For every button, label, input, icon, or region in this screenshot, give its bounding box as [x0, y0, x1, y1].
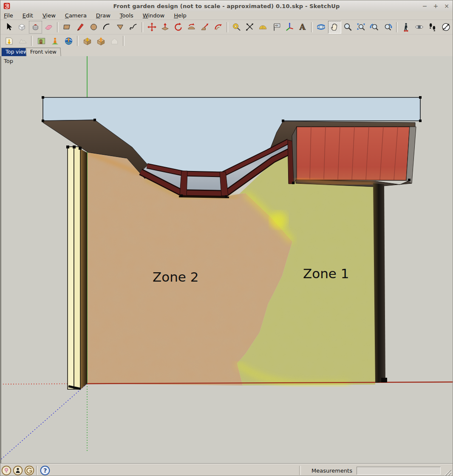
bay-sill-shadow: [179, 197, 229, 197]
geolocation-status-button[interactable]: [0, 465, 12, 476]
status-bar: ? Measurements: [0, 464, 453, 476]
circle-button[interactable]: [87, 21, 100, 34]
toolbar-separator: [57, 22, 59, 32]
scale-icon: [200, 22, 210, 32]
resize-grip[interactable]: [445, 469, 451, 476]
svg-text:ABC: ABC: [275, 24, 279, 27]
text-button[interactable]: ABC: [270, 21, 283, 34]
share-component-button[interactable]: [108, 34, 121, 47]
close-button[interactable]: ×: [444, 3, 449, 9]
measurements-value-box[interactable]: [357, 467, 441, 475]
help-button[interactable]: ?: [39, 465, 51, 476]
google-toolbar: [0, 34, 453, 47]
drawing-viewport[interactable]: Top: [0, 56, 453, 464]
paint-bucket-button[interactable]: [29, 21, 42, 34]
left-fence[interactable]: [66, 145, 87, 390]
look-around-button[interactable]: [413, 21, 426, 34]
text-icon: ABC: [272, 22, 281, 32]
menu-file[interactable]: File: [4, 12, 13, 19]
3d-text-button[interactable]: A: [296, 21, 309, 34]
add-location-button[interactable]: [2, 34, 16, 47]
svg-text:C: C: [446, 25, 447, 27]
offset-button[interactable]: [212, 21, 225, 34]
offset-icon: [213, 22, 223, 32]
menu-view[interactable]: View: [42, 12, 56, 19]
eraser-button[interactable]: [42, 21, 55, 34]
look-around-eye-icon: [414, 22, 424, 32]
axes-button[interactable]: [283, 21, 296, 34]
axes-icon: [285, 22, 294, 32]
zoom-button[interactable]: [341, 21, 354, 34]
title-bar[interactable]: Front garden design (not to scale - appr…: [0, 0, 453, 12]
3d-text-icon: A: [298, 22, 308, 32]
component-box-icon: [17, 22, 27, 32]
select-arrow-icon: [4, 22, 14, 32]
tab-front-view[interactable]: Front view: [25, 48, 61, 56]
push-pull-icon: [160, 22, 170, 32]
zoom-previous-button[interactable]: [368, 21, 381, 34]
freehand-button[interactable]: [127, 21, 140, 34]
zoom-window-icon: [356, 22, 366, 32]
protractor-button[interactable]: [256, 21, 269, 34]
google-earth-button[interactable]: [62, 34, 75, 47]
sketchup-window: Front garden design (not to scale - appr…: [0, 0, 453, 476]
google-g-icon: [24, 465, 34, 476]
menu-edit[interactable]: Edit: [23, 12, 33, 19]
polygon-button[interactable]: [113, 21, 127, 34]
arc-button[interactable]: [100, 21, 113, 34]
zoom-icon: [343, 22, 353, 32]
google-status-button[interactable]: [23, 465, 35, 476]
pan-hand-icon: [330, 22, 340, 32]
pan-button[interactable]: [328, 21, 341, 34]
dimension-button[interactable]: [243, 21, 256, 34]
follow-me-button[interactable]: [185, 21, 198, 34]
attribution-status-button[interactable]: [12, 465, 23, 476]
zoom-previous-icon: [369, 22, 379, 32]
make-component-button[interactable]: [15, 21, 28, 34]
zoom-window-button[interactable]: [354, 21, 368, 34]
toolbar-separator: [123, 36, 125, 46]
zoom-next-button[interactable]: [381, 21, 394, 34]
orbit-button[interactable]: [314, 21, 328, 34]
earth-preview-person-icon: [50, 36, 60, 46]
polygon-icon: [115, 22, 125, 32]
toolbar-separator: [142, 22, 143, 32]
photo-textures-button[interactable]: [34, 34, 48, 47]
minimize-button[interactable]: −: [422, 3, 428, 9]
maximize-button[interactable]: +: [433, 3, 439, 9]
menu-draw[interactable]: Draw: [96, 12, 110, 19]
model-canvas[interactable]: Zone 2 Zone 1: [1, 56, 453, 464]
rectangle-button[interactable]: [60, 21, 74, 34]
position-camera-button[interactable]: [399, 21, 413, 34]
preview-in-google-earth-button[interactable]: [48, 34, 62, 47]
toggle-terrain-icon: [18, 36, 28, 46]
rotate-button[interactable]: [172, 21, 185, 34]
help-question-icon: ?: [40, 465, 50, 476]
toggle-terrain-button[interactable]: [16, 34, 29, 47]
menu-help[interactable]: Help: [174, 12, 187, 19]
window-title: Front garden design (not to scale - appr…: [0, 3, 453, 9]
share-model-button[interactable]: [94, 34, 108, 47]
move-icon: [147, 22, 157, 32]
tape-measure-button[interactable]: [230, 21, 243, 34]
section-plane-button[interactable]: CA-5: [439, 21, 453, 34]
get-models-button[interactable]: [80, 34, 94, 47]
menu-camera[interactable]: Camera: [65, 12, 87, 19]
garage-roof[interactable]: [292, 127, 416, 187]
select-button[interactable]: [2, 21, 15, 34]
line-button[interactable]: [74, 21, 87, 34]
toolbar-separator: [77, 36, 79, 46]
push-pull-button[interactable]: [159, 21, 172, 34]
move-button[interactable]: [145, 21, 158, 34]
menu-tools[interactable]: Tools: [120, 12, 133, 19]
menu-window[interactable]: Window: [143, 12, 164, 19]
right-wall[interactable]: [373, 183, 385, 383]
zone2-label: Zone 2: [153, 269, 199, 285]
walk-button[interactable]: [426, 21, 439, 34]
statusbar-separator: [299, 466, 301, 475]
circle-icon: [89, 22, 99, 32]
scale-button[interactable]: [198, 21, 211, 34]
geolocation-icon: [1, 465, 11, 476]
freehand-icon: [128, 22, 138, 32]
walk-footprints-icon: [428, 22, 437, 32]
